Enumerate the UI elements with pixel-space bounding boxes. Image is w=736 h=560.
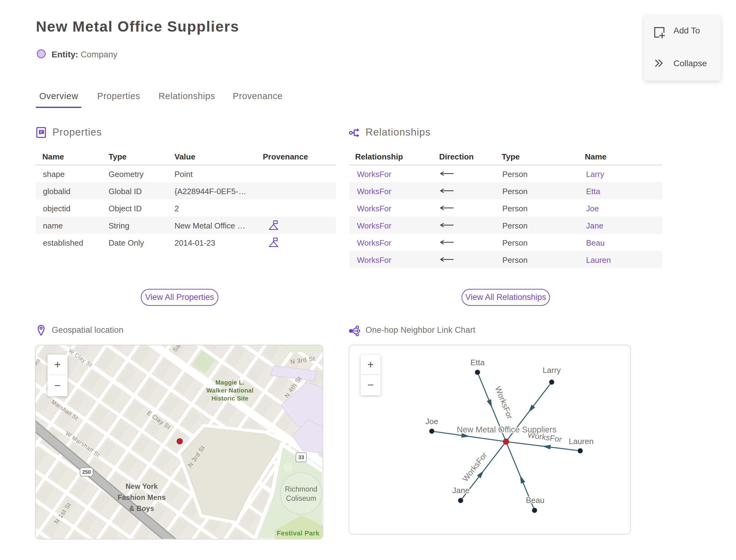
svg-text:Maggie L.: Maggie L. [216, 379, 245, 386]
svg-text:Historic Site: Historic Site [212, 395, 249, 402]
svg-text:& Boys: & Boys [129, 504, 154, 512]
svg-text:New Metal Office Suppliers: New Metal Office Suppliers [457, 425, 556, 434]
svg-text:Walker National: Walker National [206, 387, 254, 394]
svg-text:Lauren: Lauren [569, 437, 594, 446]
svg-text:New York: New York [125, 482, 158, 490]
svg-text:Coliseum: Coliseum [286, 494, 316, 502]
svg-text:250: 250 [82, 469, 91, 475]
svg-text:Etta: Etta [470, 358, 485, 367]
svg-text:Fashion Mens: Fashion Mens [118, 493, 166, 501]
svg-text:Jane: Jane [452, 486, 470, 495]
svg-text:Richmond: Richmond [285, 485, 317, 493]
svg-text:Beau: Beau [526, 496, 545, 505]
svg-text:Joe: Joe [425, 417, 438, 426]
svg-text:Larry: Larry [542, 366, 561, 375]
svg-text:Festival Park: Festival Park [277, 529, 320, 537]
svg-text:33: 33 [298, 455, 304, 460]
